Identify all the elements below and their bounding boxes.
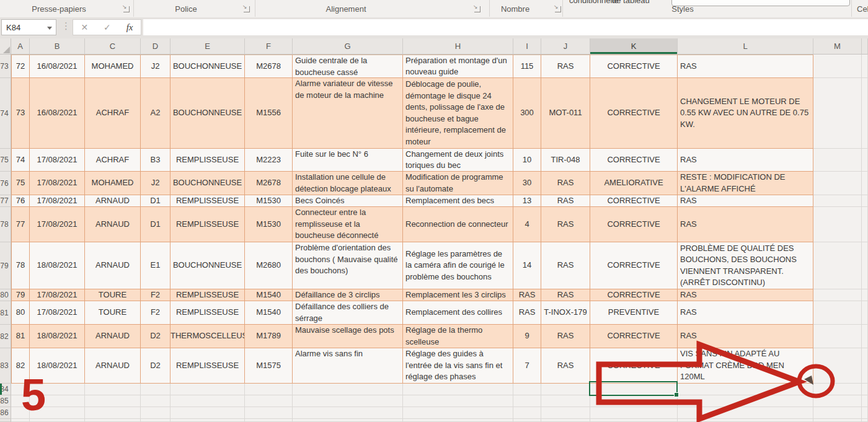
- row-header-partial[interactable]: [0, 419, 11, 422]
- cell[interactable]: BOUCHONNEUSE: [170, 172, 245, 195]
- cell[interactable]: Mauvaise scellage des pots: [293, 325, 403, 348]
- cell[interactable]: BOUCHONNEUSE: [170, 242, 245, 289]
- cell[interactable]: Modification de programme su l'automate: [403, 172, 513, 195]
- cell[interactable]: [678, 395, 813, 407]
- cell[interactable]: RAS: [678, 325, 813, 348]
- cell[interactable]: Défaillance de 3 circlips: [293, 289, 403, 301]
- cell[interactable]: RAS: [541, 55, 590, 78]
- cell[interactable]: [590, 407, 678, 419]
- cell[interactable]: Installation une cellule de détection bl…: [293, 172, 403, 195]
- cell[interactable]: Fuite sur le bec N° 6: [293, 149, 403, 172]
- cell[interactable]: F2: [141, 301, 170, 325]
- row-header-80[interactable]: 80: [0, 289, 11, 301]
- cell[interactable]: RAS: [541, 195, 590, 207]
- cell[interactable]: [813, 419, 862, 422]
- cell[interactable]: RAS: [541, 207, 590, 242]
- cell[interactable]: ARNAUD: [85, 242, 141, 289]
- cell[interactable]: [862, 301, 868, 325]
- cell[interactable]: Remplacement les 3 circlips: [403, 289, 513, 301]
- cell[interactable]: 17/08/2021: [30, 172, 85, 195]
- cell[interactable]: RAS: [541, 289, 590, 301]
- name-box[interactable]: K84: [1, 19, 56, 35]
- cell[interactable]: [245, 407, 293, 419]
- cell[interactable]: [293, 419, 403, 422]
- dialog-launcher-icon[interactable]: [474, 6, 480, 12]
- cell[interactable]: RAS: [541, 172, 590, 195]
- cell[interactable]: REMPLISSEUSE: [170, 289, 245, 301]
- active-cell-outline[interactable]: [589, 381, 678, 396]
- cell[interactable]: PROBLÈME DE QUALITÉ DES BOUCHONS, DES BO…: [678, 242, 813, 289]
- cell[interactable]: M2678: [245, 55, 293, 78]
- cell[interactable]: Remplacement des collires: [403, 301, 513, 325]
- column-header-C[interactable]: C: [85, 38, 141, 55]
- cell[interactable]: M1556: [245, 78, 293, 149]
- cell[interactable]: Réglage les paramètres de la caméra afin…: [403, 242, 513, 289]
- cell[interactable]: 80: [11, 301, 30, 325]
- cell[interactable]: E1: [141, 242, 170, 289]
- row-header-84[interactable]: 84: [0, 384, 11, 395]
- cell[interactable]: T-INOX-179: [541, 301, 590, 325]
- cell[interactable]: [813, 395, 862, 407]
- name-box-dropdown-icon[interactable]: [47, 27, 52, 30]
- cell[interactable]: B3: [141, 149, 170, 172]
- cell[interactable]: D1: [141, 195, 170, 207]
- cell[interactable]: [403, 395, 513, 407]
- cell[interactable]: 78: [11, 242, 30, 289]
- row-header-79[interactable]: 79: [0, 242, 11, 289]
- cell[interactable]: ARNAUD: [85, 207, 141, 242]
- cell[interactable]: VIS SANS FIN ADAPTÉ AU FORMAT CRÈME DBD …: [678, 348, 813, 384]
- cell[interactable]: [541, 419, 590, 422]
- cell[interactable]: 79: [11, 289, 30, 301]
- row-header-76[interactable]: 76: [0, 172, 11, 195]
- cell[interactable]: BOUCHONNEUSE: [170, 55, 245, 78]
- cell[interactable]: M1530: [245, 195, 293, 207]
- cell[interactable]: [813, 325, 862, 348]
- cell[interactable]: [245, 419, 293, 422]
- dialog-launcher-icon[interactable]: [555, 6, 561, 12]
- cell[interactable]: ARNAUD: [85, 195, 141, 207]
- cell[interactable]: [862, 149, 868, 172]
- cell[interactable]: REMPLISSEUSE: [170, 207, 245, 242]
- cell[interactable]: [403, 419, 513, 422]
- cell[interactable]: THERMOSCELLEUSE: [170, 325, 245, 348]
- cell[interactable]: [862, 55, 868, 78]
- cell[interactable]: 17/08/2021: [30, 149, 85, 172]
- cell[interactable]: [293, 407, 403, 419]
- cell[interactable]: REMPLISSEUSE: [170, 195, 245, 207]
- fill-handle[interactable]: [674, 392, 679, 397]
- column-header-M[interactable]: M: [813, 38, 862, 55]
- cell[interactable]: [813, 384, 862, 395]
- cell[interactable]: [85, 384, 141, 395]
- select-all-corner[interactable]: [0, 38, 11, 55]
- cell[interactable]: 13: [513, 195, 541, 207]
- cell[interactable]: 115: [513, 55, 541, 78]
- cell[interactable]: [862, 78, 868, 149]
- cell[interactable]: M2680: [245, 242, 293, 289]
- cell[interactable]: 9: [513, 325, 541, 348]
- cell[interactable]: 30: [513, 172, 541, 195]
- cell[interactable]: [541, 395, 590, 407]
- cell[interactable]: CORRECTIVE: [590, 55, 678, 78]
- cell[interactable]: Changement de deux joints toriques du be…: [403, 149, 513, 172]
- row-header-74[interactable]: 74: [0, 78, 11, 149]
- column-header-B[interactable]: B: [30, 38, 85, 55]
- cell[interactable]: Réglage de la thermo scelleuse: [403, 325, 513, 348]
- cell[interactable]: 73: [11, 78, 30, 149]
- cell[interactable]: [293, 384, 403, 395]
- cell[interactable]: 17/08/2021: [30, 301, 85, 325]
- cell[interactable]: ARNAUD: [85, 325, 141, 348]
- cell[interactable]: RAS: [541, 242, 590, 289]
- cell[interactable]: [403, 407, 513, 419]
- cell[interactable]: 81: [11, 325, 30, 348]
- cell[interactable]: Reconnection de connecteur: [403, 207, 513, 242]
- dialog-launcher-icon[interactable]: [123, 6, 130, 12]
- cell[interactable]: Remplacement des becs: [403, 195, 513, 207]
- cell[interactable]: F2: [141, 289, 170, 301]
- cell[interactable]: RAS: [678, 55, 813, 78]
- cell[interactable]: REMPLISSEUSE: [170, 348, 245, 384]
- cell[interactable]: 16/08/2021: [30, 78, 85, 149]
- cell[interactable]: 74: [11, 149, 30, 172]
- cell[interactable]: [813, 207, 862, 242]
- cell[interactable]: [293, 395, 403, 407]
- cell[interactable]: [245, 395, 293, 407]
